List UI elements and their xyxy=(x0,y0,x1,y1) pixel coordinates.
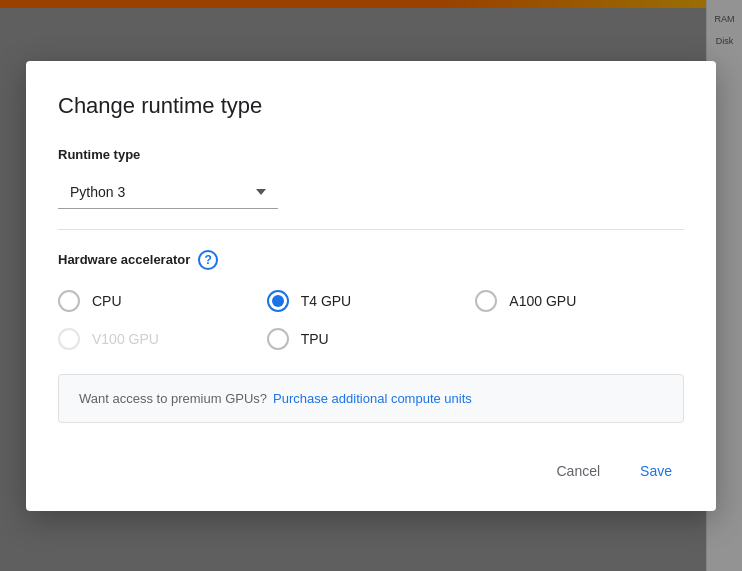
hardware-options-grid: CPU T4 GPU A100 GPU V100 GPU TPU xyxy=(58,290,684,350)
dropdown-arrow-icon xyxy=(256,189,266,195)
radio-label-a100gpu: A100 GPU xyxy=(509,293,576,309)
radio-circle-v100gpu xyxy=(58,328,80,350)
cancel-button[interactable]: Cancel xyxy=(544,455,612,487)
radio-v100gpu: V100 GPU xyxy=(58,328,267,350)
radio-a100gpu[interactable]: A100 GPU xyxy=(475,290,684,312)
premium-gpu-info-box: Want access to premium GPUs? Purchase ad… xyxy=(58,374,684,423)
hardware-accelerator-header: Hardware accelerator ? xyxy=(58,250,684,270)
radio-circle-tpu xyxy=(267,328,289,350)
dialog-actions: Cancel Save xyxy=(58,455,684,487)
radio-tpu[interactable]: TPU xyxy=(267,328,476,350)
runtime-type-dropdown[interactable]: Python 3 xyxy=(58,176,278,209)
radio-t4gpu[interactable]: T4 GPU xyxy=(267,290,476,312)
section-divider xyxy=(58,229,684,230)
help-icon[interactable]: ? xyxy=(198,250,218,270)
runtime-type-value: Python 3 xyxy=(70,184,248,200)
radio-inner-t4gpu xyxy=(272,295,284,307)
change-runtime-dialog: Change runtime type Runtime type Python … xyxy=(26,61,716,511)
radio-label-tpu: TPU xyxy=(301,331,329,347)
hardware-accelerator-label: Hardware accelerator xyxy=(58,252,190,267)
runtime-dropdown-container: Python 3 xyxy=(58,176,684,209)
radio-label-v100gpu: V100 GPU xyxy=(92,331,159,347)
radio-label-cpu: CPU xyxy=(92,293,122,309)
radio-circle-a100gpu xyxy=(475,290,497,312)
purchase-link[interactable]: Purchase additional compute units xyxy=(273,391,472,406)
dialog-title: Change runtime type xyxy=(58,93,684,119)
info-box-text: Want access to premium GPUs? xyxy=(79,391,267,406)
radio-circle-t4gpu xyxy=(267,290,289,312)
radio-cpu[interactable]: CPU xyxy=(58,290,267,312)
radio-circle-cpu xyxy=(58,290,80,312)
radio-label-t4gpu: T4 GPU xyxy=(301,293,352,309)
save-button[interactable]: Save xyxy=(628,455,684,487)
runtime-type-label: Runtime type xyxy=(58,147,684,162)
